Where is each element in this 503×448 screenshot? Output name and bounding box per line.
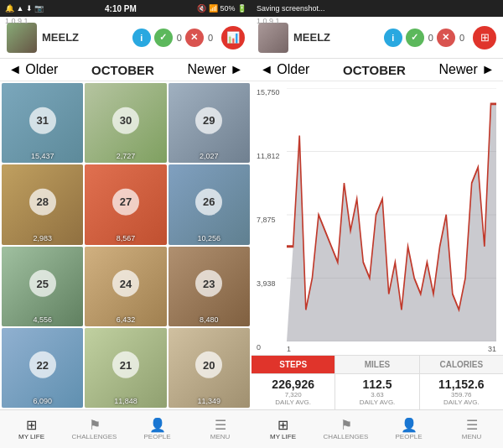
- nav-item-challenges[interactable]: ⚑CHALLENGES: [314, 410, 377, 448]
- stat-sub-value: 7,320: [253, 391, 333, 399]
- older-nav-right[interactable]: ◄ Older: [260, 62, 309, 77]
- badge-group-left: i ✓ 0 ✕ 0: [132, 29, 213, 47]
- y-label: 15,750: [257, 88, 287, 96]
- badge-check-r: ✓: [406, 29, 424, 47]
- badge-group-right: i ✓ 0 ✕ 0: [384, 29, 464, 47]
- top-bar-right: MEELZ i ✓ 0 ✕ 0 ⊞: [252, 17, 503, 59]
- nav-item-menu[interactable]: ☰MENU: [440, 410, 503, 448]
- version-label-right: 1.0.9.1: [257, 17, 280, 25]
- nav-label: CHALLENGES: [72, 433, 117, 440]
- grid-icon-right[interactable]: ⊞: [473, 26, 496, 49]
- day-number: 23: [195, 270, 222, 297]
- newer-label-left: Newer ►: [187, 62, 243, 77]
- day-steps: 15,437: [2, 152, 83, 160]
- day-cell[interactable]: 278,567: [85, 164, 166, 244]
- stat-sub-label: DAILY AVG.: [253, 399, 333, 406]
- stat-sub-label: DAILY AVG.: [422, 399, 501, 406]
- stat-tab-miles[interactable]: MILES: [335, 356, 419, 373]
- chart-icon-left[interactable]: 📊: [221, 26, 245, 49]
- day-cell[interactable]: 3115,437: [2, 83, 83, 163]
- nav-label: MENU: [210, 433, 231, 440]
- day-cell[interactable]: 254,556: [2, 247, 83, 326]
- right-panel: Saving screenshot... 1.0.9.1 MEELZ i ✓ 0…: [252, 0, 503, 448]
- y-label: 3,938: [257, 279, 287, 288]
- day-cell[interactable]: 238,480: [169, 247, 250, 326]
- stat-tab-steps[interactable]: STEPS: [252, 356, 335, 373]
- chart-area: 15,75011,8127,8753,9380 131: [252, 81, 503, 355]
- nav-item-my-life[interactable]: ⊞MY LIFE: [252, 410, 314, 448]
- nav-label: PEOPLE: [395, 433, 422, 440]
- nav-item-people[interactable]: 👤PEOPLE: [126, 410, 189, 448]
- day-cell[interactable]: 2111,848: [85, 328, 166, 408]
- step-chart: [287, 88, 496, 341]
- chart-inner: [287, 88, 496, 341]
- badge-x-r: ✕: [437, 29, 455, 47]
- x-label: 1: [287, 345, 291, 353]
- month-nav-right: ◄ Older OCTOBER Newer ►: [252, 59, 503, 81]
- older-nav-left[interactable]: ◄ Older: [8, 62, 58, 77]
- day-cell[interactable]: 2011,349: [169, 328, 250, 408]
- stat-value-2: 11,152.6359.76DAILY AVG.: [420, 374, 503, 409]
- status-left: 🔔 ▲ ⬇ 📷: [5, 4, 44, 13]
- stat-main-value: 11,152.6: [422, 378, 501, 391]
- stat-tab-calories[interactable]: CALORIES: [420, 356, 503, 373]
- day-number: 27: [112, 189, 139, 216]
- username-left: MEELZ: [42, 31, 127, 44]
- avatar-left: [7, 23, 37, 53]
- y-label: 11,812: [257, 152, 287, 160]
- nav-label: MY LIFE: [270, 433, 296, 440]
- day-number: 20: [195, 352, 222, 378]
- day-cell[interactable]: 246,432: [85, 247, 166, 326]
- x-count-r: 0: [459, 33, 464, 43]
- day-number: 22: [29, 352, 56, 378]
- older-label-right: ◄ Older: [260, 62, 309, 77]
- username-right: MEELZ: [293, 31, 379, 44]
- older-label-left: ◄ Older: [8, 62, 58, 77]
- nav-item-challenges[interactable]: ⚑CHALLENGES: [63, 410, 126, 448]
- left-panel: 🔔 ▲ ⬇ 📷 4:10 PM 🔇 📶 50% 🔋 1.0.9.1 MEELZ …: [0, 0, 252, 448]
- nav-label: MENU: [462, 433, 482, 440]
- badge-check: ✓: [154, 29, 173, 47]
- day-number: 31: [29, 107, 56, 133]
- y-label: 7,875: [257, 216, 287, 224]
- stat-sub-value: 3.63: [337, 391, 417, 399]
- status-bar-right: Saving screenshot...: [252, 0, 503, 17]
- badge-info-r: i: [384, 29, 402, 47]
- status-bar: 🔔 ▲ ⬇ 📷 4:10 PM 🔇 📶 50% 🔋: [0, 0, 252, 17]
- day-number: 29: [195, 107, 222, 133]
- day-number: 28: [29, 189, 56, 216]
- check-count-r: 0: [428, 33, 433, 43]
- nav-item-people[interactable]: 👤PEOPLE: [377, 410, 440, 448]
- y-labels: 15,75011,8127,8753,9380: [257, 86, 287, 353]
- day-steps: 11,349: [169, 397, 250, 405]
- check-count: 0: [177, 33, 182, 43]
- day-steps: 2,983: [2, 234, 83, 242]
- bottom-nav-right: ⊞MY LIFE⚑CHALLENGES👤PEOPLE☰MENU: [252, 409, 503, 448]
- grid-icon: ⊞: [23, 418, 40, 431]
- month-title-right: OCTOBER: [343, 63, 406, 77]
- badge-x: ✕: [185, 29, 204, 47]
- avatar-right: [258, 23, 288, 53]
- day-number: 26: [195, 189, 222, 216]
- day-cell[interactable]: 282,983: [2, 164, 83, 244]
- day-cell[interactable]: 2610,256: [169, 164, 250, 244]
- top-bar-left: MEELZ i ✓ 0 ✕ 0 📊: [0, 17, 252, 59]
- month-title-left: OCTOBER: [91, 63, 154, 77]
- stats-tabs: STEPSMILESCALORIES: [252, 355, 503, 373]
- day-steps: 8,567: [85, 234, 166, 242]
- newer-nav-right[interactable]: Newer ►: [438, 62, 495, 77]
- flag-icon: ⚑: [338, 418, 355, 431]
- nav-item-menu[interactable]: ☰MENU: [189, 410, 252, 448]
- badge-info: i: [132, 29, 151, 47]
- nav-label: PEOPLE: [143, 433, 170, 440]
- x-labels: 131: [287, 345, 496, 353]
- day-cell[interactable]: 226,090: [2, 328, 83, 408]
- flag-icon: ⚑: [86, 418, 103, 431]
- day-steps: 2,727: [85, 152, 166, 160]
- day-cell[interactable]: 292,027: [169, 83, 250, 163]
- day-cell[interactable]: 302,727: [85, 83, 166, 163]
- newer-nav-left[interactable]: Newer ►: [187, 62, 243, 77]
- stats-values: 226,9267,320DAILY AVG.112.53.63DAILY AVG…: [252, 373, 503, 409]
- nav-item-my-life[interactable]: ⊞MY LIFE: [0, 410, 63, 448]
- grid-icon: ⊞: [275, 418, 292, 431]
